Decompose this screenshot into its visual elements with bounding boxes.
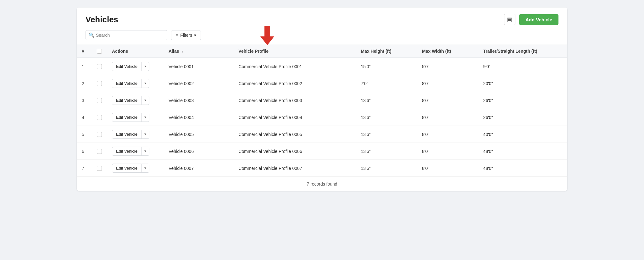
row-num-5: 5 [77,126,92,143]
row-height-1: 15'0" [356,58,417,75]
edit-vehicle-button-6[interactable]: Edit Vehicle ▾ [112,147,149,156]
row-checkbox-3[interactable] [97,98,102,103]
edit-vehicle-button-5[interactable]: Edit Vehicle ▾ [112,130,149,139]
row-num-6: 6 [77,143,92,160]
row-checkbox-4[interactable] [97,115,102,120]
edit-vehicle-label-3: Edit Vehicle [112,96,142,105]
row-checkbox-cell-4 [92,109,107,126]
row-width-5: 8'0" [417,126,478,143]
edit-vehicle-caret-6[interactable]: ▾ [142,147,149,155]
edit-vehicle-caret-2[interactable]: ▾ [142,79,149,87]
row-alias-1: Vehicle 0001 [164,58,233,75]
row-actions-6: Edit Vehicle ▾ [107,143,164,160]
row-height-5: 13'6" [356,126,417,143]
col-header-vehicle-profile: Vehicle Profile [233,45,356,58]
col-header-check [92,45,107,58]
table-row: 4 Edit Vehicle ▾ Vehicle 0004 Commercial… [77,109,567,126]
edit-vehicle-label-5: Edit Vehicle [112,130,142,138]
col-header-max-width: Max Width (ft) [417,45,478,58]
alias-sort-icon: ↑ [181,50,183,53]
row-profile-3: Commercial Vehicle Profile 0003 [233,92,356,109]
row-actions-4: Edit Vehicle ▾ [107,109,164,126]
col-header-max-height: Max Height (ft) [356,45,417,58]
row-actions-2: Edit Vehicle ▾ [107,75,164,92]
row-checkbox-cell-7 [92,160,107,177]
row-length-2: 20'0" [478,75,567,92]
row-length-1: 9'0" [478,58,567,75]
row-alias-7: Vehicle 0007 [164,160,233,177]
row-length-7: 48'0" [478,160,567,177]
search-icon: 🔍 [89,32,95,38]
edit-vehicle-caret-5[interactable]: ▾ [142,130,149,138]
edit-vehicle-caret-1[interactable]: ▾ [142,62,149,70]
edit-vehicle-button-7[interactable]: Edit Vehicle ▾ [112,164,149,173]
row-height-3: 13'6" [356,92,417,109]
edit-vehicle-button-4[interactable]: Edit Vehicle ▾ [112,113,149,122]
edit-vehicle-label-2: Edit Vehicle [112,79,142,88]
search-input[interactable] [86,30,167,40]
filter-icon: ≡ [176,33,178,38]
columns-icon: ▣ [507,16,512,23]
row-profile-1: Commercial Vehicle Profile 0001 [233,58,356,75]
col-header-alias[interactable]: Alias ↑ [164,45,233,58]
row-checkbox-5[interactable] [97,132,102,137]
row-alias-6: Vehicle 0006 [164,143,233,160]
table-row: 6 Edit Vehicle ▾ Vehicle 0006 Commercial… [77,143,567,160]
row-num-2: 2 [77,75,92,92]
edit-vehicle-caret-4[interactable]: ▾ [142,113,149,121]
row-length-6: 48'0" [478,143,567,160]
row-num-4: 4 [77,109,92,126]
edit-vehicle-label-7: Edit Vehicle [112,164,142,172]
row-checkbox-cell-6 [92,143,107,160]
row-width-4: 8'0" [417,109,478,126]
table-row: 3 Edit Vehicle ▾ Vehicle 0003 Commercial… [77,92,567,109]
row-num-1: 1 [77,58,92,75]
row-num-7: 7 [77,160,92,177]
edit-vehicle-button-2[interactable]: Edit Vehicle ▾ [112,79,149,88]
row-length-5: 40'0" [478,126,567,143]
row-width-3: 8'0" [417,92,478,109]
filters-label: Filters [180,33,192,38]
row-checkbox-cell-5 [92,126,107,143]
row-checkbox-cell-2 [92,75,107,92]
edit-vehicle-label-1: Edit Vehicle [112,62,142,71]
vehicles-table-wrap: # Actions Alias ↑ Vehicle Profile Max He… [77,45,567,177]
edit-vehicle-label-4: Edit Vehicle [112,113,142,122]
row-actions-5: Edit Vehicle ▾ [107,126,164,143]
table-row: 5 Edit Vehicle ▾ Vehicle 0005 Commercial… [77,126,567,143]
row-length-4: 26'0" [478,109,567,126]
filters-button[interactable]: ≡ Filters ▾ [171,30,201,40]
row-alias-4: Vehicle 0004 [164,109,233,126]
add-vehicle-button[interactable]: Add Vehicle [519,14,558,25]
row-actions-7: Edit Vehicle ▾ [107,160,164,177]
row-profile-5: Commercial Vehicle Profile 0005 [233,126,356,143]
columns-icon-button[interactable]: ▣ [504,14,515,25]
row-checkbox-2[interactable] [97,81,102,86]
row-num-3: 3 [77,92,92,109]
row-profile-7: Commercial Vehicle Profile 0007 [233,160,356,177]
search-wrap: 🔍 [86,30,167,40]
row-checkbox-6[interactable] [97,149,102,154]
row-length-3: 26'0" [478,92,567,109]
records-found: 7 records found [77,177,567,191]
row-checkbox-1[interactable] [97,64,102,69]
row-width-1: 5'0" [417,58,478,75]
row-width-7: 8'0" [417,160,478,177]
row-checkbox-7[interactable] [97,166,102,171]
edit-vehicle-caret-7[interactable]: ▾ [142,164,149,172]
row-alias-2: Vehicle 0002 [164,75,233,92]
row-profile-4: Commercial Vehicle Profile 0004 [233,109,356,126]
edit-vehicle-caret-3[interactable]: ▾ [142,96,149,104]
filters-caret-icon: ▾ [194,33,196,38]
page-title: Vehicles [86,15,118,24]
arrow-container: # Actions Alias ↑ Vehicle Profile Max He… [77,45,567,177]
select-all-checkbox[interactable] [97,49,102,54]
edit-vehicle-button-3[interactable]: Edit Vehicle ▾ [112,96,149,105]
row-actions-1: Edit Vehicle ▾ [107,58,164,75]
row-profile-2: Commercial Vehicle Profile 0002 [233,75,356,92]
table-body: 1 Edit Vehicle ▾ Vehicle 0001 Commercial… [77,58,567,177]
toolbar: 🔍 ≡ Filters ▾ [77,30,567,45]
row-height-6: 13'6" [356,143,417,160]
table-row: 2 Edit Vehicle ▾ Vehicle 0002 Commercial… [77,75,567,92]
edit-vehicle-button-1[interactable]: Edit Vehicle ▾ [112,62,149,71]
